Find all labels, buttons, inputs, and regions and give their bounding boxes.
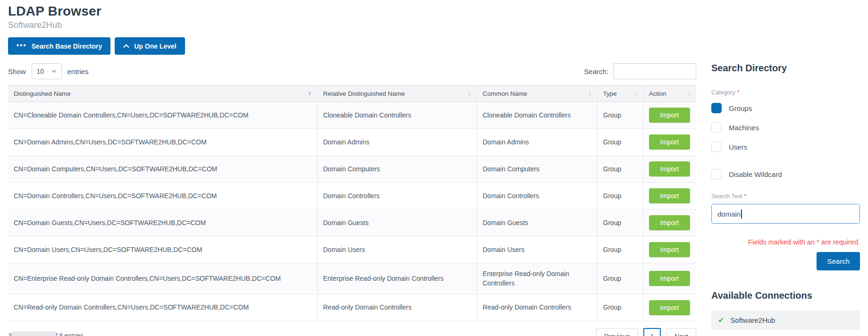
cell-type: Group xyxy=(597,129,643,156)
required-fields-note: Fields marked with an * are required. xyxy=(711,238,860,246)
cell-relative-distinguished-name: Read-only Domain Controllers xyxy=(317,294,477,321)
cell-common-name: Cloneable Domain Controllers xyxy=(477,102,597,129)
import-button[interactable]: Import xyxy=(649,300,691,315)
import-button[interactable]: Import xyxy=(649,271,691,286)
previous-page-button[interactable]: Previous xyxy=(596,328,638,336)
cell-relative-distinguished-name: Domain Users xyxy=(317,236,477,263)
table-row: CN=Cloneable Domain Controllers,CN=Users… xyxy=(8,102,696,129)
cell-relative-distinguished-name: Domain Guests xyxy=(317,210,477,236)
main-content: LDAP Browser Software2Hub ••• Search Bas… xyxy=(8,4,696,336)
cell-common-name: Domain Computers xyxy=(477,156,597,183)
import-button[interactable]: Import xyxy=(649,242,691,257)
cell-distinguished-name: CN=Cloneable Domain Controllers,CN=Users… xyxy=(8,102,317,129)
category-label: Category* xyxy=(711,89,860,96)
chevron-down-icon xyxy=(51,68,57,74)
cell-type: Group xyxy=(597,102,643,129)
cell-distinguished-name: CN=Domain Computers,CN=Users,DC=SOFTWARE… xyxy=(8,156,317,183)
sort-icon: ↕ xyxy=(589,90,591,97)
checkbox-unchecked-icon[interactable] xyxy=(711,122,722,133)
category-checkbox-machines[interactable]: Machines xyxy=(711,122,860,133)
import-button[interactable]: Import xyxy=(649,188,691,203)
table-footer: Showing 1 to 8 of 8 entries Previous 1 N… xyxy=(8,328,696,336)
connected-check-icon: ✔ xyxy=(718,316,724,325)
checkbox-label: Users xyxy=(729,143,747,151)
next-page-button[interactable]: Next xyxy=(666,328,696,336)
table-row: CN=Domain Guests,CN=Users,DC=SOFTWARE2HU… xyxy=(8,210,696,236)
table-controls: Show 10 entries Search: xyxy=(8,63,696,79)
table-row: CN=Domain Admins,CN=Users,DC=SOFTWARE2HU… xyxy=(8,129,696,156)
checkbox-label: Disable Wildcard xyxy=(729,170,782,178)
cell-type: Group xyxy=(597,210,643,236)
cell-type: Group xyxy=(597,183,643,210)
checkbox-checked-icon[interactable] xyxy=(711,103,722,113)
import-button[interactable]: Import xyxy=(649,108,691,123)
cell-common-name: Enterprise Read-only Domain Controllers xyxy=(477,263,597,294)
table-search-label: Search: xyxy=(584,67,608,76)
ldap-results-table: Distinguished Name↑ Relative Distinguish… xyxy=(8,85,696,321)
page-title: LDAP Browser xyxy=(8,4,696,19)
import-button[interactable]: Import xyxy=(649,161,691,176)
search-text-input[interactable]: domain xyxy=(711,204,860,224)
available-connections-title: Available Connections xyxy=(711,290,860,301)
search-base-directory-button[interactable]: ••• Search Base Directory xyxy=(8,37,110,55)
column-header-relative-distinguished-name[interactable]: Relative Distinguished Name↕ xyxy=(317,85,477,102)
disable-wildcard-checkbox[interactable]: Disable Wildcard xyxy=(711,169,860,179)
required-asterisk: * xyxy=(737,89,740,96)
column-header-distinguished-name[interactable]: Distinguished Name↑ xyxy=(8,85,317,102)
cell-relative-distinguished-name: Enterprise Read-only Domain Controllers xyxy=(317,263,477,294)
page-subtitle: Software2Hub xyxy=(8,20,696,30)
up-one-level-label: Up One Level xyxy=(134,42,176,50)
category-checkbox-groups[interactable]: Groups xyxy=(711,103,860,113)
cell-distinguished-name: CN=Domain Admins,CN=Users,DC=SOFTWARE2HU… xyxy=(8,129,317,156)
sort-ascending-icon: ↑ xyxy=(308,90,312,97)
show-label: Show xyxy=(8,67,26,76)
category-checkbox-users[interactable]: Users xyxy=(711,142,860,152)
cell-type: Group xyxy=(597,236,643,263)
up-one-level-button[interactable]: Up One Level xyxy=(115,37,185,55)
cell-distinguished-name: CN=Domain Users,CN=Users,DC=SOFTWARE2HUB… xyxy=(8,236,317,263)
table-row: CN=Enterprise Read-only Domain Controlle… xyxy=(8,263,696,294)
cell-type: Group xyxy=(597,156,643,183)
search-button[interactable]: Search xyxy=(817,252,860,270)
cell-relative-distinguished-name: Domain Controllers xyxy=(317,183,477,210)
page-number-button[interactable]: 1 xyxy=(643,328,661,336)
column-header-action[interactable]: Action↕ xyxy=(643,85,696,102)
sort-icon: ↕ xyxy=(468,90,471,97)
checkbox-unchecked-icon[interactable] xyxy=(711,169,722,179)
import-button[interactable]: Import xyxy=(649,215,691,230)
cell-type: Group xyxy=(597,294,643,321)
search-base-directory-label: Search Base Directory xyxy=(32,42,102,50)
sort-icon: ↕ xyxy=(634,90,637,97)
table-row: CN=Read-only Domain Controllers,CN=Users… xyxy=(8,294,696,321)
import-button[interactable]: Import xyxy=(649,134,691,150)
cut-off-button[interactable] xyxy=(12,331,56,336)
cell-relative-distinguished-name: Domain Admins xyxy=(317,129,477,156)
page-size-select[interactable]: 10 xyxy=(32,63,62,79)
cell-type: Group xyxy=(597,263,643,294)
table-search-input[interactable] xyxy=(613,63,696,79)
page-size-value: 10 xyxy=(37,67,44,75)
pagination: Previous 1 Next xyxy=(596,328,696,336)
table-header-row: Distinguished Name↑ Relative Distinguish… xyxy=(8,85,696,102)
connection-item[interactable]: ✔ Software2Hub xyxy=(711,311,860,330)
cell-distinguished-name: CN=Read-only Domain Controllers,CN=Users… xyxy=(8,294,317,321)
cell-common-name: Domain Guests xyxy=(477,210,597,236)
search-directory-title: Search Directory xyxy=(711,63,860,74)
cell-common-name: Domain Controllers xyxy=(477,183,597,210)
table-row: CN=Domain Computers,CN=Users,DC=SOFTWARE… xyxy=(8,156,696,183)
cell-relative-distinguished-name: Domain Computers xyxy=(317,156,477,183)
cell-distinguished-name: CN=Domain Controllers,CN=Users,DC=SOFTWA… xyxy=(8,183,317,210)
cell-distinguished-name: CN=Enterprise Read-only Domain Controlle… xyxy=(8,263,317,294)
cell-common-name: Read-only Domain Controllers xyxy=(477,294,597,321)
column-header-type[interactable]: Type↕ xyxy=(597,85,643,102)
search-text-value: domain xyxy=(717,210,741,218)
toolbar: ••• Search Base Directory Up One Level xyxy=(8,37,696,55)
table-row: CN=Domain Controllers,CN=Users,DC=SOFTWA… xyxy=(8,183,696,210)
checkbox-unchecked-icon[interactable] xyxy=(711,142,722,152)
column-header-common-name[interactable]: Common Name↕ xyxy=(477,85,597,102)
checkbox-label: Machines xyxy=(729,124,759,132)
cell-common-name: Domain Users xyxy=(477,236,597,263)
cell-distinguished-name: CN=Domain Guests,CN=Users,DC=SOFTWARE2HU… xyxy=(8,210,317,236)
required-asterisk: * xyxy=(744,193,747,200)
chevron-up-icon xyxy=(123,44,129,48)
